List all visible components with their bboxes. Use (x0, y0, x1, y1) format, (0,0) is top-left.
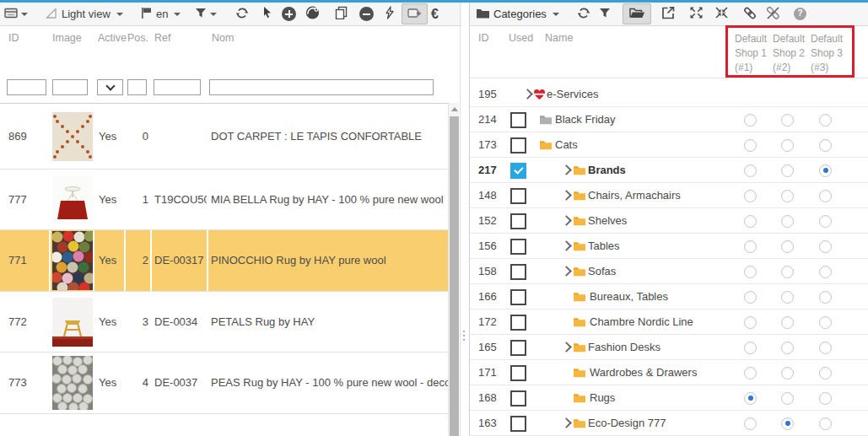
column-header-name[interactable]: Name (545, 32, 573, 44)
default-shop-1-radio[interactable] (744, 342, 757, 354)
used-checkbox[interactable] (510, 416, 526, 432)
column-header-pos[interactable]: Pos. (127, 32, 148, 44)
column-header-ref[interactable]: Ref (154, 32, 170, 44)
default-shop-3-radio[interactable] (819, 291, 832, 304)
column-header-id[interactable]: ID (8, 32, 19, 44)
default-shop-2-radio[interactable] (781, 392, 794, 405)
collapse-all-button[interactable] (714, 3, 729, 25)
expand-chevron-icon[interactable] (561, 215, 572, 226)
default-shop-1-radio[interactable] (744, 164, 757, 177)
default-shop-3-radio-selected[interactable] (819, 164, 832, 177)
used-checkbox-checked[interactable] (510, 163, 526, 179)
column-header-default-shop-3[interactable]: Default Shop 3 (#3) (811, 32, 851, 75)
default-shop-2-radio[interactable] (781, 215, 794, 228)
expand-chevron-icon[interactable] (561, 164, 572, 175)
used-checkbox[interactable] (510, 112, 526, 128)
category-row-165[interactable]: 165 Fashion Desks (470, 335, 868, 360)
category-row-156[interactable]: 156 Tables (470, 234, 868, 259)
language-button[interactable]: en (140, 3, 181, 25)
expand-chevron-icon[interactable] (561, 190, 572, 201)
column-header-default-shop-2[interactable]: Default Shop 2 (#2) (773, 32, 813, 75)
default-shop-3-radio[interactable] (819, 139, 832, 152)
category-row-168[interactable]: 168 Rugs (470, 385, 868, 411)
default-shop-3-radio[interactable] (819, 342, 832, 354)
default-shop-3-radio[interactable] (819, 392, 832, 405)
default-shop-2-radio[interactable] (781, 266, 794, 278)
expand-chevron-icon[interactable] (522, 89, 533, 100)
default-shop-2-radio[interactable] (781, 342, 794, 354)
duplicate-button[interactable] (335, 3, 348, 25)
category-row-148[interactable]: 148 Chairs, Armachairs (470, 183, 868, 208)
category-row-171[interactable]: 171 Wardrobes & Drawers (470, 360, 868, 385)
category-row-152[interactable]: 152 Shelves (470, 208, 868, 234)
table-row-869[interactable]: 869 Yes 0 DOT CARPET : LE TAPIS CONFORTA… (0, 104, 448, 170)
column-header-used[interactable]: Used (509, 32, 533, 44)
default-shop-1-radio[interactable] (744, 417, 757, 430)
table-row-771-selected[interactable]: 771 Yes 2 DE-00317 PINOCCHIO Rug by HAY … (0, 230, 448, 292)
category-row-166[interactable]: 166 Bureaux, Tables (470, 284, 868, 310)
column-header-nom[interactable]: Nom (212, 32, 234, 44)
default-shop-2-radio[interactable] (781, 291, 794, 304)
refresh-button[interactable] (235, 3, 250, 25)
category-row-173[interactable]: 173 Cats (470, 132, 868, 158)
panel-splitter[interactable] (463, 331, 466, 343)
filter-image-input[interactable] (52, 79, 88, 95)
default-shop-3-radio[interactable] (819, 114, 832, 126)
currency-button[interactable]: € (431, 3, 439, 25)
category-row-214[interactable]: 214 Black Friday (470, 107, 868, 132)
used-checkbox[interactable] (510, 213, 526, 229)
table-row-773[interactable]: 773 Yes 4 DE-0037 PEAS Rug by HAY - 100 … (0, 353, 448, 414)
default-shop-1-radio[interactable] (744, 266, 757, 278)
quick-actions-button[interactable] (385, 3, 395, 25)
default-shop-1-radio[interactable] (744, 190, 757, 202)
filter-categories-button[interactable] (599, 3, 612, 25)
add-product-button[interactable] (282, 3, 296, 25)
filter-button[interactable] (195, 3, 217, 25)
column-header-default-shop-1[interactable]: Default Shop 1 (#1) (735, 32, 775, 75)
default-shop-3-radio[interactable] (819, 266, 832, 278)
default-shop-3-radio[interactable] (819, 417, 832, 430)
update-products-button[interactable] (305, 3, 321, 25)
default-shop-3-radio[interactable] (819, 190, 832, 202)
vertical-scrollbar[interactable] (448, 103, 459, 436)
used-checkbox[interactable] (510, 239, 526, 255)
default-shop-2-radio[interactable] (781, 316, 794, 329)
select-pointer-button[interactable] (261, 3, 273, 25)
used-checkbox[interactable] (510, 289, 526, 305)
used-checkbox[interactable] (510, 264, 526, 280)
used-checkbox[interactable] (510, 137, 526, 153)
category-row-195[interactable]: 195 e-Services (470, 82, 868, 107)
link-button[interactable] (742, 3, 757, 25)
used-checkbox[interactable] (510, 365, 526, 381)
refresh-categories-button[interactable] (576, 3, 591, 25)
default-shop-1-radio[interactable] (744, 291, 757, 304)
used-checkbox[interactable] (510, 340, 526, 356)
expand-chevron-icon[interactable] (561, 342, 572, 353)
filter-ref-input[interactable] (154, 79, 201, 95)
default-shop-1-radio[interactable] (744, 139, 757, 152)
expand-chevron-icon[interactable] (561, 417, 572, 428)
default-shop-2-radio[interactable] (781, 240, 794, 253)
default-shop-1-radio[interactable] (744, 240, 757, 253)
view-preset-button[interactable]: Light view (45, 3, 123, 25)
default-shop-1-radio[interactable] (744, 316, 757, 329)
category-row-172[interactable]: 172 Chambre Nordic Line (470, 310, 868, 335)
column-header-active[interactable]: Active (98, 32, 127, 44)
default-shop-2-radio[interactable] (781, 139, 794, 152)
used-checkbox[interactable] (510, 315, 526, 331)
scrollbar-thumb[interactable] (450, 116, 459, 436)
filter-pos-input[interactable] (127, 79, 147, 95)
filter-active-select[interactable] (97, 79, 123, 95)
export-button[interactable] (661, 3, 676, 25)
expand-all-button[interactable] (689, 3, 704, 25)
default-shop-2-radio[interactable] (781, 190, 794, 202)
categories-dropdown-button[interactable]: Categories (476, 3, 559, 25)
delete-product-button[interactable] (359, 3, 374, 25)
default-shop-1-radio[interactable] (744, 367, 757, 379)
open-category-button[interactable] (623, 3, 651, 24)
column-header-image[interactable]: Image (52, 32, 82, 44)
filter-id-input[interactable] (7, 79, 46, 95)
default-shop-2-radio[interactable] (781, 367, 794, 379)
default-shop-1-radio[interactable] (744, 215, 757, 228)
used-checkbox[interactable] (510, 390, 526, 406)
